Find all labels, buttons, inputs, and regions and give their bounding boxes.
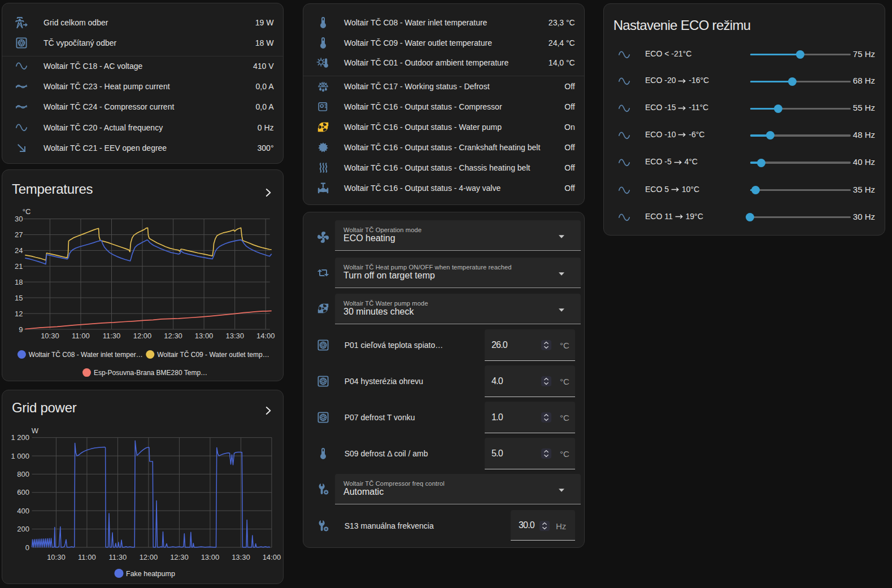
svg-text:Esp-Posuvna-Brana BME280 Temp…: Esp-Posuvna-Brana BME280 Temp… — [94, 369, 207, 377]
svg-text:Woltair TČ C08 - Water inlet t: Woltair TČ C08 - Water inlet temper… — [29, 350, 143, 359]
svg-text:13:30: 13:30 — [232, 553, 250, 561]
svg-text:30: 30 — [15, 215, 23, 223]
svg-text:W: W — [32, 426, 39, 435]
svg-text:600: 600 — [17, 488, 29, 496]
svg-text:13:00: 13:00 — [195, 332, 214, 340]
svg-text:Woltair TČ C09 - Water outlet: Woltair TČ C09 - Water outlet temp… — [157, 350, 269, 359]
svg-text:Fake heatpump: Fake heatpump — [126, 570, 175, 578]
svg-text:9: 9 — [19, 325, 23, 334]
svg-text:11:30: 11:30 — [109, 553, 127, 561]
svg-text:1 200: 1 200 — [11, 433, 29, 442]
svg-text:800: 800 — [17, 470, 29, 478]
svg-text:13:00: 13:00 — [201, 553, 220, 561]
svg-text:27: 27 — [15, 230, 23, 239]
svg-text:12:00: 12:00 — [133, 332, 152, 340]
svg-text:12:30: 12:30 — [164, 332, 182, 340]
svg-text:18: 18 — [15, 278, 23, 286]
svg-text:200: 200 — [17, 525, 29, 533]
svg-text:12: 12 — [15, 310, 23, 318]
svg-text:10:30: 10:30 — [41, 332, 59, 340]
svg-text:°C: °C — [23, 207, 31, 216]
svg-text:11:30: 11:30 — [103, 332, 121, 340]
svg-text:11:00: 11:00 — [72, 332, 90, 340]
svg-text:10:30: 10:30 — [47, 553, 66, 561]
svg-text:12:00: 12:00 — [140, 553, 158, 561]
svg-text:15: 15 — [15, 294, 23, 302]
svg-text:400: 400 — [17, 507, 29, 515]
svg-text:14:00: 14:00 — [263, 553, 281, 561]
svg-text:21: 21 — [15, 262, 23, 271]
svg-text:24: 24 — [15, 246, 23, 255]
svg-text:1 000: 1 000 — [11, 452, 29, 460]
svg-text:14:00: 14:00 — [256, 332, 275, 340]
svg-text:11:00: 11:00 — [78, 553, 96, 561]
svg-text:0: 0 — [25, 543, 29, 552]
svg-text:13:30: 13:30 — [225, 332, 244, 340]
svg-text:12:30: 12:30 — [170, 553, 189, 561]
